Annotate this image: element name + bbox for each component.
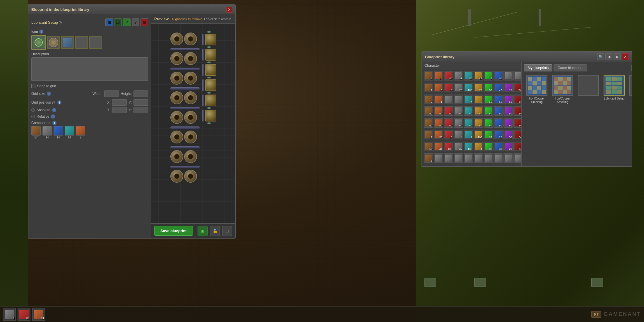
inv-slot-23[interactable] bbox=[444, 95, 453, 104]
inv-slot-11[interactable]: 1 bbox=[424, 83, 433, 92]
snap-to-grid-checkbox[interactable] bbox=[31, 84, 35, 88]
inv-slot-80[interactable] bbox=[513, 153, 521, 163]
inv-slot-36[interactable]: 50 bbox=[474, 106, 483, 116]
inv-slot-75[interactable] bbox=[464, 153, 473, 163]
inv-slot-69[interactable]: 20 bbox=[503, 142, 513, 151]
grid-height-input[interactable] bbox=[133, 90, 148, 97]
icon-slot-4[interactable] bbox=[75, 36, 88, 49]
inv-slot-24[interactable] bbox=[454, 95, 463, 104]
inv-slot-18[interactable]: 47 bbox=[494, 83, 503, 92]
save-blueprint-button[interactable]: Save blueprint bbox=[154, 226, 193, 236]
inv-slot-45[interactable]: 50 bbox=[464, 118, 473, 128]
inv-slot-61[interactable]: 50 bbox=[424, 142, 433, 151]
view-list-button[interactable]: ≡ bbox=[631, 65, 632, 71]
blueprint-item-5[interactable] bbox=[628, 75, 632, 104]
my-blueprints-tab[interactable]: My blueprints bbox=[524, 64, 552, 71]
inv-slot-49[interactable]: 50 bbox=[503, 118, 513, 128]
inv-slot-14[interactable]: 26 bbox=[454, 83, 463, 92]
inv-slot-22[interactable]: 1 bbox=[434, 95, 443, 104]
inv-slot-48[interactable]: 50 bbox=[494, 118, 503, 128]
inv-slot-30[interactable]: 50 bbox=[513, 95, 521, 104]
inv-slot-66[interactable]: 4 bbox=[474, 142, 483, 151]
inv-slot-73[interactable] bbox=[444, 153, 453, 163]
inv-slot-3[interactable]: 50 bbox=[444, 71, 453, 80]
blueprint-editor-close-button[interactable]: ✕ bbox=[226, 7, 232, 13]
inv-slot-72[interactable] bbox=[434, 153, 443, 163]
library-search-button[interactable]: 🔍 bbox=[597, 53, 604, 60]
inv-slot-40[interactable]: 50 bbox=[513, 106, 521, 116]
inv-slot-74[interactable] bbox=[454, 153, 463, 163]
taskbar-slot-3[interactable]: 91 bbox=[32, 308, 45, 321]
inv-slot-38[interactable]: 50 bbox=[494, 106, 503, 116]
inv-slot-6[interactable]: 41 bbox=[474, 71, 483, 80]
inv-slot-78[interactable] bbox=[494, 153, 503, 163]
inv-slot-43[interactable]: 50 bbox=[444, 118, 453, 128]
inv-slot-31[interactable]: 50 bbox=[424, 106, 433, 116]
inv-slot-47[interactable]: 50 bbox=[484, 118, 493, 128]
grid-width-input[interactable] bbox=[104, 90, 119, 97]
inv-slot-39[interactable]: 50 bbox=[503, 106, 513, 116]
library-prev-button[interactable]: ◀ bbox=[605, 53, 612, 60]
inv-slot-53[interactable]: 13 bbox=[444, 130, 453, 139]
inv-slot-51[interactable]: 11 bbox=[424, 130, 433, 139]
inv-slot-26[interactable]: 6 bbox=[474, 95, 483, 104]
inv-slot-71[interactable]: 3 bbox=[424, 153, 433, 163]
inv-slot-68[interactable]: 30 bbox=[494, 142, 503, 151]
inv-slot-58[interactable]: 28 bbox=[494, 130, 503, 139]
inv-slot-35[interactable]: 50 bbox=[464, 106, 473, 116]
icon-slot-2[interactable] bbox=[47, 36, 60, 49]
inv-slot-13[interactable]: 10 bbox=[444, 83, 453, 92]
inv-slot-29[interactable]: 50 bbox=[503, 95, 513, 104]
inv-slot-33[interactable]: 50 bbox=[444, 106, 453, 116]
inv-slot-4[interactable]: 31 bbox=[454, 71, 463, 80]
inv-slot-54[interactable]: 4 bbox=[454, 130, 463, 139]
blueprint-grid-button[interactable]: ⊞ bbox=[105, 18, 113, 26]
blueprint-item-4[interactable]: Lubricant Setup bbox=[602, 75, 626, 104]
inv-slot-8[interactable]: 50 bbox=[494, 71, 503, 80]
inv-slot-79[interactable] bbox=[503, 153, 513, 163]
blueprint-item-3[interactable] bbox=[577, 75, 600, 104]
inv-slot-46[interactable]: 50 bbox=[474, 118, 483, 128]
inv-slot-65[interactable]: 100 bbox=[464, 142, 473, 151]
inv-slot-56[interactable]: 100 bbox=[474, 130, 483, 139]
inv-slot-5[interactable]: 50 bbox=[464, 71, 473, 80]
blueprint-item-1[interactable]: Iron/Copper Smelting bbox=[525, 75, 549, 104]
library-next-button[interactable]: ▶ bbox=[614, 53, 621, 60]
taskbar-slot-2[interactable]: 81 bbox=[18, 308, 30, 321]
inv-slot-9[interactable] bbox=[503, 71, 513, 80]
inv-slot-63[interactable]: 100 bbox=[444, 142, 453, 151]
taskbar-slot-1[interactable]: 1 bbox=[3, 308, 16, 321]
inv-slot-55[interactable]: 2 bbox=[464, 130, 473, 139]
inv-slot-15[interactable]: 100 bbox=[464, 83, 473, 92]
blueprint-delete-button[interactable]: 🗑 bbox=[141, 18, 148, 26]
inv-slot-70[interactable]: 13 bbox=[513, 142, 521, 151]
absolute-y-input[interactable] bbox=[133, 107, 148, 113]
inv-slot-41[interactable]: 50 bbox=[424, 118, 433, 128]
inv-slot-50[interactable]: 50 bbox=[513, 118, 521, 128]
inv-slot-32[interactable]: 50 bbox=[434, 106, 443, 116]
inv-slot-27[interactable]: 50 bbox=[484, 95, 493, 104]
blueprint-copy-button[interactable]: ❐ bbox=[114, 18, 122, 26]
inv-slot-1[interactable]: 2 bbox=[424, 71, 433, 80]
grid-x-input[interactable] bbox=[112, 99, 127, 106]
absolute-radio[interactable] bbox=[31, 108, 35, 112]
inv-slot-20[interactable]: 100 bbox=[513, 83, 521, 92]
inv-slot-52[interactable]: 50 bbox=[434, 130, 443, 139]
inv-slot-7[interactable]: 3 bbox=[484, 71, 493, 80]
edit-icon[interactable]: ✎ bbox=[59, 20, 62, 25]
inv-slot-28[interactable]: 50 bbox=[494, 95, 503, 104]
inv-slot-67[interactable]: 200 bbox=[484, 142, 493, 151]
inv-slot-77[interactable] bbox=[484, 153, 493, 163]
inv-slot-17[interactable]: 50 bbox=[484, 83, 493, 92]
icon-slot-5[interactable] bbox=[89, 36, 102, 49]
inv-slot-21[interactable]: 2 bbox=[424, 95, 433, 104]
inv-slot-62[interactable]: 44 bbox=[434, 142, 443, 151]
blueprint-export-button[interactable]: ↗ bbox=[123, 18, 131, 26]
export-icon-button[interactable]: □ bbox=[222, 226, 232, 236]
inv-slot-12[interactable]: 15 bbox=[434, 83, 443, 92]
inv-slot-59[interactable]: 50 bbox=[503, 130, 513, 139]
game-blueprints-tab[interactable]: Game blueprints bbox=[554, 64, 587, 71]
inv-slot-19[interactable]: 15 bbox=[503, 83, 513, 92]
library-close-button[interactable]: ✕ bbox=[622, 53, 629, 60]
inv-slot-60[interactable]: 50 bbox=[513, 130, 521, 139]
